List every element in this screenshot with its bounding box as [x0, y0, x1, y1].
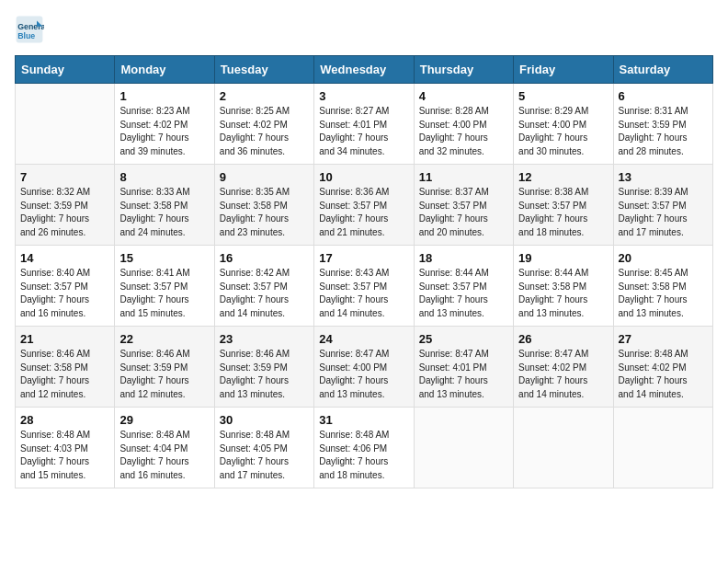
calendar-header-row: SundayMondayTuesdayWednesdayThursdayFrid…: [16, 56, 713, 84]
day-number: 14: [20, 251, 109, 265]
calendar-cell: 6Sunrise: 8:31 AM Sunset: 3:59 PM Daylig…: [613, 84, 712, 165]
day-number: 7: [20, 170, 109, 184]
calendar-cell: 18Sunrise: 8:44 AM Sunset: 3:57 PM Dayli…: [414, 246, 513, 327]
header-day-monday: Monday: [115, 56, 214, 84]
calendar-cell: 8Sunrise: 8:33 AM Sunset: 3:58 PM Daylig…: [115, 165, 214, 246]
calendar-cell: 3Sunrise: 8:27 AM Sunset: 4:01 PM Daylig…: [314, 84, 414, 165]
calendar-cell: 10Sunrise: 8:36 AM Sunset: 3:57 PM Dayli…: [314, 165, 414, 246]
calendar-cell: 1Sunrise: 8:23 AM Sunset: 4:02 PM Daylig…: [115, 84, 214, 165]
day-info: Sunrise: 8:48 AM Sunset: 4:05 PM Dayligh…: [220, 429, 309, 482]
day-info: Sunrise: 8:46 AM Sunset: 3:59 PM Dayligh…: [119, 348, 209, 401]
day-info: Sunrise: 8:33 AM Sunset: 3:58 PM Dayligh…: [119, 186, 209, 239]
day-number: 9: [220, 170, 309, 184]
svg-text:General: General: [17, 22, 44, 31]
day-number: 28: [20, 413, 109, 427]
day-info: Sunrise: 8:48 AM Sunset: 4:02 PM Dayligh…: [619, 348, 708, 401]
day-number: 1: [119, 89, 209, 103]
calendar-cell: 25Sunrise: 8:47 AM Sunset: 4:01 PM Dayli…: [414, 327, 513, 408]
day-info: Sunrise: 8:25 AM Sunset: 4:02 PM Dayligh…: [220, 105, 309, 158]
calendar-cell: 24Sunrise: 8:47 AM Sunset: 4:00 PM Dayli…: [314, 327, 414, 408]
calendar-cell: 28Sunrise: 8:48 AM Sunset: 4:03 PM Dayli…: [16, 408, 115, 488]
day-info: Sunrise: 8:43 AM Sunset: 3:57 PM Dayligh…: [319, 267, 408, 320]
day-number: 16: [220, 251, 309, 265]
calendar-cell: 22Sunrise: 8:46 AM Sunset: 3:59 PM Dayli…: [115, 327, 214, 408]
day-number: 30: [220, 413, 309, 427]
day-number: 20: [619, 251, 708, 265]
day-info: Sunrise: 8:27 AM Sunset: 4:01 PM Dayligh…: [319, 105, 408, 158]
day-info: Sunrise: 8:47 AM Sunset: 4:00 PM Dayligh…: [319, 348, 408, 401]
day-info: Sunrise: 8:47 AM Sunset: 4:02 PM Dayligh…: [518, 348, 608, 401]
calendar-cell: 7Sunrise: 8:32 AM Sunset: 3:59 PM Daylig…: [16, 165, 115, 246]
calendar-cell: 15Sunrise: 8:41 AM Sunset: 3:57 PM Dayli…: [115, 246, 214, 327]
calendar-cell: 29Sunrise: 8:48 AM Sunset: 4:04 PM Dayli…: [115, 408, 214, 488]
day-info: Sunrise: 8:46 AM Sunset: 3:59 PM Dayligh…: [220, 348, 309, 401]
header-day-friday: Friday: [514, 56, 613, 84]
day-info: Sunrise: 8:35 AM Sunset: 3:58 PM Dayligh…: [220, 186, 309, 239]
day-info: Sunrise: 8:29 AM Sunset: 4:00 PM Dayligh…: [518, 105, 608, 158]
day-number: 23: [220, 332, 309, 346]
calendar-cell: [414, 408, 513, 488]
calendar-week-4: 21Sunrise: 8:46 AM Sunset: 3:58 PM Dayli…: [16, 327, 713, 408]
day-info: Sunrise: 8:38 AM Sunset: 3:57 PM Dayligh…: [518, 186, 608, 239]
calendar-cell: 14Sunrise: 8:40 AM Sunset: 3:57 PM Dayli…: [16, 246, 115, 327]
header-day-sunday: Sunday: [16, 56, 115, 84]
day-info: Sunrise: 8:45 AM Sunset: 3:58 PM Dayligh…: [619, 267, 708, 320]
calendar-cell: [16, 84, 115, 165]
calendar-cell: [613, 408, 712, 488]
day-info: Sunrise: 8:44 AM Sunset: 3:57 PM Dayligh…: [419, 267, 508, 320]
day-number: 10: [319, 170, 408, 184]
calendar-cell: 31Sunrise: 8:48 AM Sunset: 4:06 PM Dayli…: [314, 408, 414, 488]
calendar-cell: 11Sunrise: 8:37 AM Sunset: 3:57 PM Dayli…: [414, 165, 513, 246]
calendar-cell: 21Sunrise: 8:46 AM Sunset: 3:58 PM Dayli…: [16, 327, 115, 408]
calendar-cell: 12Sunrise: 8:38 AM Sunset: 3:57 PM Dayli…: [514, 165, 613, 246]
calendar-cell: [514, 408, 613, 488]
day-info: Sunrise: 8:36 AM Sunset: 3:57 PM Dayligh…: [319, 186, 408, 239]
calendar-cell: 5Sunrise: 8:29 AM Sunset: 4:00 PM Daylig…: [514, 84, 613, 165]
day-info: Sunrise: 8:39 AM Sunset: 3:57 PM Dayligh…: [619, 186, 708, 239]
calendar-cell: 30Sunrise: 8:48 AM Sunset: 4:05 PM Dayli…: [214, 408, 313, 488]
day-number: 22: [119, 332, 209, 346]
day-number: 24: [319, 332, 408, 346]
day-info: Sunrise: 8:23 AM Sunset: 4:02 PM Dayligh…: [119, 105, 209, 158]
day-info: Sunrise: 8:47 AM Sunset: 4:01 PM Dayligh…: [419, 348, 508, 401]
svg-text:Blue: Blue: [17, 31, 35, 40]
day-number: 15: [119, 251, 209, 265]
day-number: 19: [518, 251, 608, 265]
day-number: 26: [518, 332, 608, 346]
calendar-cell: 23Sunrise: 8:46 AM Sunset: 3:59 PM Dayli…: [214, 327, 313, 408]
day-info: Sunrise: 8:48 AM Sunset: 4:04 PM Dayligh…: [119, 429, 209, 482]
calendar-cell: 16Sunrise: 8:42 AM Sunset: 3:57 PM Dayli…: [214, 246, 313, 327]
calendar-cell: 27Sunrise: 8:48 AM Sunset: 4:02 PM Dayli…: [613, 327, 712, 408]
day-number: 11: [419, 170, 508, 184]
calendar-week-5: 28Sunrise: 8:48 AM Sunset: 4:03 PM Dayli…: [16, 408, 713, 488]
calendar-cell: 17Sunrise: 8:43 AM Sunset: 3:57 PM Dayli…: [314, 246, 414, 327]
day-number: 3: [319, 89, 408, 103]
calendar-cell: 20Sunrise: 8:45 AM Sunset: 3:58 PM Dayli…: [613, 246, 712, 327]
day-info: Sunrise: 8:32 AM Sunset: 3:59 PM Dayligh…: [20, 186, 109, 239]
calendar-cell: 13Sunrise: 8:39 AM Sunset: 3:57 PM Dayli…: [613, 165, 712, 246]
day-number: 2: [220, 89, 309, 103]
day-number: 29: [119, 413, 209, 427]
day-info: Sunrise: 8:37 AM Sunset: 3:57 PM Dayligh…: [419, 186, 508, 239]
day-info: Sunrise: 8:40 AM Sunset: 3:57 PM Dayligh…: [20, 267, 109, 320]
calendar-cell: 4Sunrise: 8:28 AM Sunset: 4:00 PM Daylig…: [414, 84, 513, 165]
calendar-table: SundayMondayTuesdayWednesdayThursdayFrid…: [15, 55, 713, 488]
calendar-cell: 26Sunrise: 8:47 AM Sunset: 4:02 PM Dayli…: [514, 327, 613, 408]
page-header: General Blue: [15, 15, 713, 44]
day-info: Sunrise: 8:48 AM Sunset: 4:06 PM Dayligh…: [319, 429, 408, 482]
header-day-saturday: Saturday: [613, 56, 712, 84]
day-info: Sunrise: 8:44 AM Sunset: 3:58 PM Dayligh…: [518, 267, 608, 320]
day-number: 21: [20, 332, 109, 346]
logo-icon: General Blue: [15, 15, 44, 44]
day-number: 25: [419, 332, 508, 346]
header-day-wednesday: Wednesday: [314, 56, 414, 84]
calendar-week-3: 14Sunrise: 8:40 AM Sunset: 3:57 PM Dayli…: [16, 246, 713, 327]
day-info: Sunrise: 8:42 AM Sunset: 3:57 PM Dayligh…: [220, 267, 309, 320]
day-number: 8: [119, 170, 209, 184]
day-number: 6: [619, 89, 708, 103]
day-info: Sunrise: 8:28 AM Sunset: 4:00 PM Dayligh…: [419, 105, 508, 158]
day-number: 27: [619, 332, 708, 346]
header-day-tuesday: Tuesday: [214, 56, 313, 84]
day-info: Sunrise: 8:48 AM Sunset: 4:03 PM Dayligh…: [20, 429, 109, 482]
day-number: 18: [419, 251, 508, 265]
